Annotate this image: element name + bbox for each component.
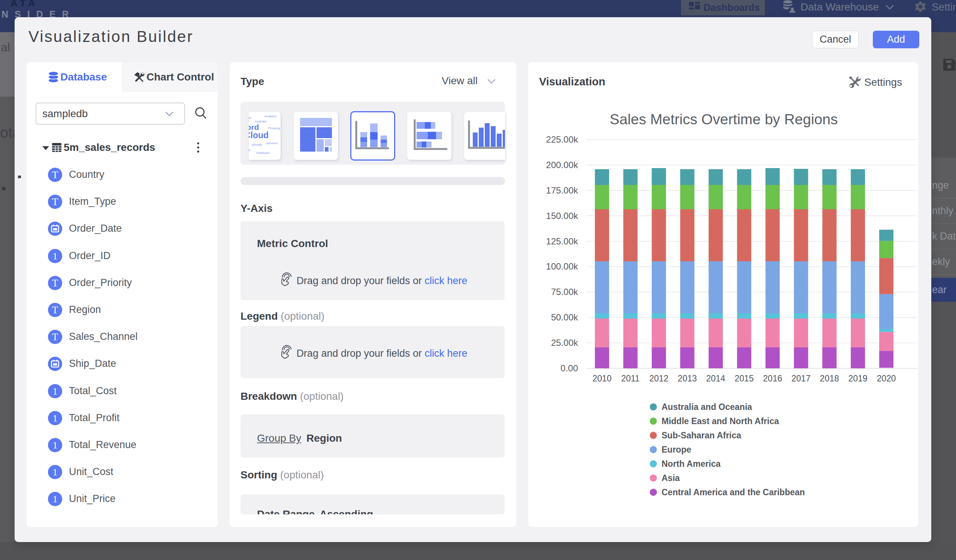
svg-text:2019: 2019 xyxy=(849,373,868,383)
svg-text:225.00k: 225.00k xyxy=(546,134,579,144)
svg-text:T: T xyxy=(52,196,58,207)
svg-text:Asia: Asia xyxy=(662,473,680,483)
svg-text:T: T xyxy=(52,169,58,180)
svg-text:1: 1 xyxy=(53,386,58,397)
svg-text:2013: 2013 xyxy=(678,373,697,383)
svg-text:1: 1 xyxy=(53,494,58,505)
svg-text:[Social]: [Social] xyxy=(252,143,261,146)
svg-text:Analytics: Analytics xyxy=(264,115,277,118)
svg-text:0.00: 0.00 xyxy=(560,363,578,373)
svg-text:150.00k: 150.00k xyxy=(546,211,579,221)
svg-text:175.00k: 175.00k xyxy=(546,185,579,195)
svg-text:2020: 2020 xyxy=(877,373,896,383)
svg-text:Distributor: Distributor xyxy=(256,151,270,155)
svg-text:75.00k: 75.00k xyxy=(551,287,579,297)
svg-text:T: T xyxy=(52,278,58,289)
svg-text:2018: 2018 xyxy=(820,373,839,383)
svg-text:North America: North America xyxy=(662,459,721,469)
svg-text:Middle East and North Africa: Middle East and North Africa xyxy=(662,416,779,426)
svg-text:rating: rating xyxy=(249,148,250,151)
svg-text:Cloud: Cloud xyxy=(249,130,269,140)
svg-text:iness: iness xyxy=(249,116,252,119)
svg-text:2016: 2016 xyxy=(763,373,782,383)
svg-text:1: 1 xyxy=(53,467,58,478)
svg-text:1: 1 xyxy=(53,251,58,262)
svg-text:2010: 2010 xyxy=(592,373,612,383)
svg-text:Australia and Oceania: Australia and Oceania xyxy=(662,402,752,412)
svg-text:2011: 2011 xyxy=(621,373,640,383)
svg-text:200.00k: 200.00k xyxy=(546,160,579,170)
svg-text:T: T xyxy=(52,331,58,342)
svg-text:25.00k: 25.00k xyxy=(551,338,579,348)
svg-text:125.00k: 125.00k xyxy=(546,236,579,246)
svg-text:premium: premium xyxy=(266,141,278,145)
svg-text:2015: 2015 xyxy=(734,373,754,383)
svg-text:100.00k: 100.00k xyxy=(546,261,579,271)
svg-text:2014: 2014 xyxy=(706,373,725,383)
svg-text:Sales Metrics Overtime by Regi: Sales Metrics Overtime by Regions xyxy=(610,111,838,127)
svg-text:2017: 2017 xyxy=(792,373,811,383)
svg-text:Phrasing: Phrasing xyxy=(268,127,280,130)
svg-text:2012: 2012 xyxy=(649,373,668,383)
svg-text:KeyData: KeyData xyxy=(255,120,266,123)
svg-text:1: 1 xyxy=(53,440,58,451)
svg-text:Central America and the Caribb: Central America and the Caribbean xyxy=(662,487,805,497)
svg-text:T: T xyxy=(52,304,58,315)
svg-text:50.00k: 50.00k xyxy=(551,312,579,322)
svg-text:Europe: Europe xyxy=(662,445,691,455)
svg-text:1: 1 xyxy=(53,413,58,424)
svg-text:Sub-Saharan Africa: Sub-Saharan Africa xyxy=(662,430,741,440)
